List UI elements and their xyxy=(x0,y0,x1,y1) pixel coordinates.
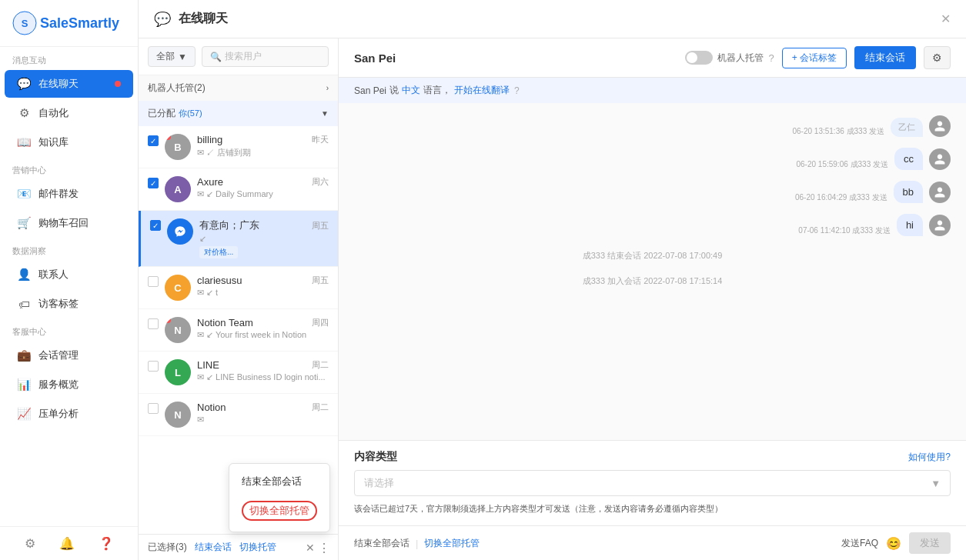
avatar-icon xyxy=(934,153,946,165)
chat-checkbox[interactable]: ✓ xyxy=(150,220,161,231)
assigned-group-label: 已分配 xyxy=(148,107,175,120)
automation-icon: ⚙ xyxy=(17,106,31,120)
contacts-icon: 👤 xyxy=(17,268,31,282)
list-item[interactable]: ✓ A Axure 周六 ✉ ↙ Daily Summary xyxy=(139,168,338,211)
channel-icon: ✉ xyxy=(197,148,206,157)
switch-all-bot-item[interactable]: 切换全部托管 xyxy=(229,495,329,527)
sidebar-item-online-chat[interactable]: 💬 在线聊天 xyxy=(5,70,133,98)
list-item[interactable]: ✓ B billing 昨天 ✉ ↙ 店铺到期 xyxy=(139,126,338,168)
chat-time: 周五 xyxy=(312,275,329,286)
header-close-icon[interactable]: ✕ xyxy=(941,12,951,26)
send-button[interactable]: 发送 xyxy=(909,532,951,554)
bot-group-header[interactable]: 机器人托管(2) › xyxy=(139,75,338,101)
message-item: 06-20 16:04:29 成333 发送 bb xyxy=(354,181,951,203)
chat-info: Notion 周二 ✉ xyxy=(197,402,329,425)
chat-list-header: 全部 ▼ 🔍 搜索用户 xyxy=(139,38,338,75)
channel-icon: ✉ xyxy=(197,330,206,339)
chat-time: 周五 xyxy=(312,220,329,232)
cart-icon: 🛒 xyxy=(17,216,31,230)
list-item[interactable]: N Notion Team 周四 ✉ ↙ Your first week in … xyxy=(139,309,338,352)
message-bubble: bb xyxy=(894,181,923,203)
list-item[interactable]: C clariesusu 周五 ✉ ↙ t xyxy=(139,267,338,309)
unread-dot xyxy=(165,317,171,323)
chat-checkbox[interactable] xyxy=(148,318,159,329)
chat-preview: ↙ xyxy=(199,234,329,244)
bot-help-icon[interactable]: ? xyxy=(768,52,774,64)
end-chat-button[interactable]: 结束会话 xyxy=(854,46,916,69)
avatar xyxy=(167,218,193,245)
more-options-icon[interactable]: ⋮ xyxy=(318,540,330,555)
notifications-icon[interactable]: 🔔 xyxy=(59,536,75,551)
chat-checkbox[interactable] xyxy=(148,276,159,287)
how-to-link[interactable]: 如何使用? xyxy=(908,451,951,464)
sidebar-item-service-overview[interactable]: 📊 服务概览 xyxy=(5,371,133,398)
content-type-header: 内容类型 如何使用? xyxy=(354,450,951,464)
chat-checkbox[interactable]: ✓ xyxy=(148,178,159,188)
chat-list-panel: 全部 ▼ 🔍 搜索用户 机器人托管(2) › 已分配 你(57) ▼ xyxy=(139,38,339,560)
end-all-button[interactable]: 结束全部会话 xyxy=(354,537,409,550)
notice-bar: San Pei 说 中文 语言， 开始在线翻译 ? xyxy=(339,78,966,103)
sidebar-item-cart[interactable]: 🛒 购物车召回 xyxy=(5,209,133,237)
sidebar-item-knowledge[interactable]: 📖 知识库 xyxy=(5,128,133,156)
notice-lang-note: 语言， xyxy=(423,84,451,97)
notice-help-icon[interactable]: ? xyxy=(514,85,520,96)
sidebar-item-label: 压单分析 xyxy=(38,407,79,421)
list-item[interactable]: ✓ 有意向；广东 周五 ↙ 对价格... xyxy=(139,211,338,267)
chat-info: clariesusu 周五 ✉ ↙ t xyxy=(197,275,329,298)
sidebar-item-stats[interactable]: 📈 压单分析 xyxy=(5,400,133,428)
sidebar-item-label: 访客标签 xyxy=(38,297,79,311)
notice-says: 说 xyxy=(389,84,399,97)
toggle-knob xyxy=(687,52,697,63)
list-item[interactable]: L LINE 周二 ✉ ↙ LINE Business ID login not… xyxy=(139,352,338,394)
content-type-panel: 内容类型 如何使用? 请选择 ▼ 该会话已超过7天，官方限制须选择上方内容类型才… xyxy=(339,440,966,525)
search-box[interactable]: 🔍 搜索用户 xyxy=(202,46,329,67)
search-placeholder: 搜索用户 xyxy=(225,50,262,63)
filter-label: 全部 xyxy=(156,50,175,63)
message-meta: 07-06 11:42:10 成333 发送 xyxy=(798,225,891,236)
chat-preview: ✉ ↙ Daily Summary xyxy=(197,189,329,199)
stats-icon: 📈 xyxy=(17,407,31,421)
section3-label: 数据洞察 xyxy=(0,238,138,260)
chat-name-row: Axure 周六 xyxy=(197,176,329,188)
content-area: 全部 ▼ 🔍 搜索用户 机器人托管(2) › 已分配 你(57) ▼ xyxy=(139,38,966,560)
channel-icon: ✉ xyxy=(197,288,206,297)
settings-icon[interactable]: ⚙ xyxy=(25,536,35,551)
bot-group-arrow-icon: › xyxy=(326,84,329,92)
sender-avatar xyxy=(929,182,951,203)
filter-button[interactable]: 全部 ▼ xyxy=(148,46,196,67)
sidebar-item-email[interactable]: 📧 邮件群发 xyxy=(5,180,133,208)
end-all-conversations-item[interactable]: 结束全部会话 xyxy=(229,468,329,495)
switch-all-bot-button[interactable]: 切换全部托管 xyxy=(424,537,480,550)
send-faq-button[interactable]: 发送FAQ xyxy=(841,537,878,550)
end-session-link[interactable]: 结束会话 xyxy=(195,541,232,554)
channel-icon: ✉ xyxy=(197,189,206,198)
chat-name-row: Notion Team 周四 xyxy=(197,317,329,328)
sidebar: S SaleSmartly 消息互动 💬 在线聊天 ⚙ 自动化 📖 知识库 营销… xyxy=(0,0,139,560)
chat-checkbox[interactable] xyxy=(148,361,159,372)
settings-button[interactable]: ⚙ xyxy=(924,46,951,69)
switch-bot-link[interactable]: 切换托管 xyxy=(239,541,276,554)
select-arrow-icon: ▼ xyxy=(931,478,941,489)
chat-preview: ✉ ↙ LINE Business ID login noti... xyxy=(197,372,329,382)
add-tag-button[interactable]: + 会话标签 xyxy=(782,48,847,68)
content-type-select[interactable]: 请选择 ▼ xyxy=(354,470,951,496)
chat-checkbox[interactable]: ✓ xyxy=(148,135,159,146)
filter-arrow-icon: ▼ xyxy=(178,52,187,62)
bot-toggle-switch[interactable] xyxy=(685,51,713,65)
sidebar-item-automation[interactable]: ⚙ 自动化 xyxy=(5,99,133,127)
emoji-button[interactable]: 😊 xyxy=(886,536,901,551)
sidebar-item-session-mgmt[interactable]: 💼 会话管理 xyxy=(5,342,133,369)
close-selected-icon[interactable]: ✕ xyxy=(306,542,315,554)
chat-time: 周四 xyxy=(312,317,329,328)
email-icon: 📧 xyxy=(17,187,31,201)
assigned-group-header[interactable]: 已分配 你(57) ▼ xyxy=(139,101,338,126)
chat-time: 周二 xyxy=(312,359,329,371)
help-icon[interactable]: ❓ xyxy=(99,536,114,551)
chat-info: 有意向；广东 周五 ↙ 对价格... xyxy=(199,218,329,258)
translate-link[interactable]: 开始在线翻译 xyxy=(454,84,510,97)
chat-name: billing xyxy=(197,134,222,145)
sidebar-item-visitor-tags[interactable]: 🏷 访客标签 xyxy=(5,290,133,318)
chat-checkbox[interactable] xyxy=(148,403,159,414)
sidebar-item-contacts[interactable]: 👤 联系人 xyxy=(5,261,133,288)
list-item[interactable]: N Notion 周二 ✉ xyxy=(139,394,338,436)
